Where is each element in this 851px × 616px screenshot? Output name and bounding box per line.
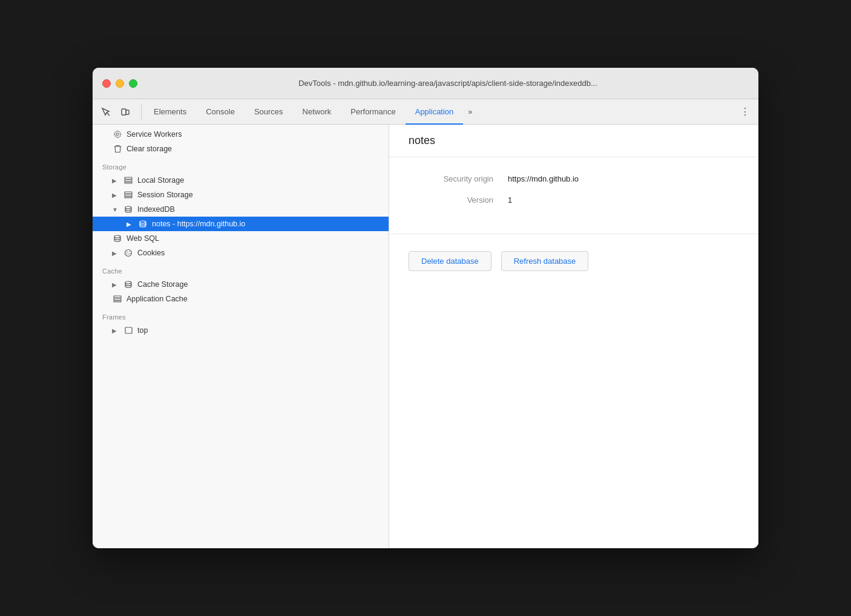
local-storage-label: Local Storage <box>137 176 184 185</box>
inspect-element-icon[interactable] <box>97 103 114 120</box>
app-cache-label: Application Cache <box>126 295 188 303</box>
version-row: Version 1 <box>409 195 739 205</box>
service-workers-label: Service Workers <box>126 130 182 139</box>
frame-icon <box>123 327 134 334</box>
main-panel: notes Security origin https://mdn.github… <box>389 125 758 548</box>
sidebar-item-top-frame[interactable]: top <box>93 323 389 338</box>
svg-line-0 <box>107 113 110 116</box>
top-frame-label: top <box>137 326 148 335</box>
tab-sources[interactable]: Sources <box>245 100 293 125</box>
tab-bar: Elements Console Sources Network Perform… <box>144 99 734 124</box>
toolbar: Elements Console Sources Network Perform… <box>93 99 758 125</box>
security-origin-value: https://mdn.github.io <box>508 174 579 183</box>
notes-db-label: notes - https://mdn.github.io <box>152 220 245 228</box>
svg-rect-19 <box>114 296 121 298</box>
indexeddb-label: IndexedDB <box>137 205 175 214</box>
sidebar-item-session-storage[interactable]: Session Storage <box>93 188 389 202</box>
svg-rect-22 <box>125 327 132 333</box>
devtools-menu-button[interactable]: ⋮ <box>737 103 754 120</box>
gear-icon <box>112 130 123 139</box>
svg-rect-3 <box>125 177 132 179</box>
expand-local-storage-icon <box>112 177 119 184</box>
cookies-icon <box>123 249 134 257</box>
cache-section-label: Cache <box>93 260 389 277</box>
security-origin-label: Security origin <box>409 174 493 183</box>
svg-point-18 <box>125 281 131 284</box>
svg-rect-21 <box>114 301 121 302</box>
more-tabs-button[interactable]: » <box>463 99 477 124</box>
sidebar-item-app-cache[interactable]: Application Cache <box>93 292 389 306</box>
minimize-button[interactable] <box>116 79 124 88</box>
svg-point-17 <box>130 253 131 254</box>
expand-top-frame-icon <box>112 327 119 334</box>
content-area: Service Workers Clear storage Storage <box>93 125 758 548</box>
window-title: DevTools - mdn.github.io/learning-area/j… <box>147 79 749 88</box>
tab-elements[interactable]: Elements <box>144 100 196 125</box>
sidebar: Service Workers Clear storage Storage <box>93 125 389 548</box>
svg-point-13 <box>126 251 128 252</box>
expand-cookies-icon <box>112 250 119 257</box>
expand-notes-icon <box>126 221 134 228</box>
svg-point-12 <box>125 250 132 257</box>
cookies-label: Cookies <box>137 249 165 257</box>
svg-point-15 <box>128 254 129 255</box>
titlebar: DevTools - mdn.github.io/learning-area/j… <box>93 68 758 99</box>
expand-indexeddb-icon <box>112 206 119 213</box>
sidebar-item-indexeddb[interactable]: IndexedDB <box>93 202 389 217</box>
cache-storage-label: Cache Storage <box>137 280 188 289</box>
svg-point-14 <box>129 251 130 252</box>
delete-database-button[interactable]: Delete database <box>409 251 491 271</box>
sidebar-item-websql[interactable]: Web SQL <box>93 231 389 246</box>
svg-rect-2 <box>126 110 129 114</box>
info-section: Security origin https://mdn.github.io Ve… <box>389 157 758 234</box>
tab-network[interactable]: Network <box>293 100 341 125</box>
sidebar-item-clear-storage[interactable]: Clear storage <box>93 142 389 156</box>
session-storage-label: Session Storage <box>137 191 193 199</box>
tab-application[interactable]: Application <box>406 100 464 125</box>
maximize-button[interactable] <box>129 79 137 88</box>
svg-rect-4 <box>125 180 132 182</box>
session-storage-icon <box>123 191 134 198</box>
sidebar-item-local-storage[interactable]: Local Storage <box>93 173 389 188</box>
websql-icon <box>112 235 123 243</box>
security-origin-row: Security origin https://mdn.github.io <box>409 174 739 183</box>
local-storage-icon <box>123 177 134 184</box>
sidebar-item-notes-db[interactable]: notes - https://mdn.github.io <box>93 217 389 231</box>
svg-point-10 <box>140 221 146 223</box>
svg-rect-5 <box>125 182 132 183</box>
svg-rect-1 <box>122 109 126 115</box>
tab-performance[interactable]: Performance <box>341 100 405 125</box>
sidebar-item-cookies[interactable]: Cookies <box>93 246 389 260</box>
svg-point-9 <box>125 206 131 209</box>
close-button[interactable] <box>102 79 111 88</box>
refresh-database-button[interactable]: Refresh database <box>501 251 589 271</box>
device-toolbar-icon[interactable] <box>117 103 134 120</box>
svg-rect-7 <box>125 194 132 196</box>
svg-rect-8 <box>125 197 132 198</box>
app-cache-icon <box>112 295 123 303</box>
cache-storage-icon <box>123 281 134 289</box>
actions-section: Delete database Refresh database <box>389 234 758 288</box>
expand-session-storage-icon <box>112 192 119 198</box>
sidebar-item-cache-storage[interactable]: Cache Storage <box>93 277 389 292</box>
devtools-window: DevTools - mdn.github.io/learning-area/j… <box>93 68 758 548</box>
sidebar-item-service-workers[interactable]: Service Workers <box>93 127 389 142</box>
svg-point-16 <box>126 253 127 254</box>
expand-cache-storage-icon <box>112 281 119 288</box>
svg-rect-20 <box>114 298 121 300</box>
traffic-lights <box>102 79 137 88</box>
svg-rect-6 <box>125 192 132 194</box>
notes-db-icon <box>137 220 148 228</box>
clear-storage-label: Clear storage <box>126 145 172 153</box>
toolbar-icons <box>97 103 142 120</box>
websql-label: Web SQL <box>126 234 159 243</box>
indexeddb-icon <box>123 206 134 214</box>
storage-section-label: Storage <box>93 156 389 173</box>
svg-point-11 <box>114 235 120 238</box>
version-value: 1 <box>508 195 512 205</box>
trash-icon <box>112 145 123 153</box>
db-title: notes <box>409 134 739 147</box>
frames-section-label: Frames <box>93 306 389 323</box>
tab-console[interactable]: Console <box>196 100 245 125</box>
version-label: Version <box>409 195 493 205</box>
